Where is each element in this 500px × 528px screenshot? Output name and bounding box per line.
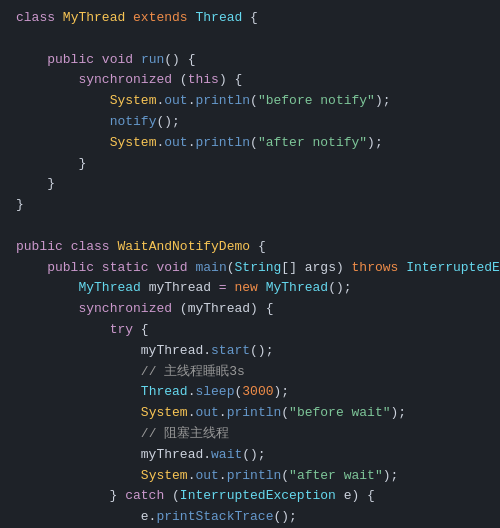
code-line-9: } [0, 174, 500, 195]
code-line-16: try { [0, 320, 500, 341]
code-line-8: } [0, 154, 500, 175]
code-line-18: // 主线程睡眠3s [0, 362, 500, 383]
code-line-4: synchronized (this) { [0, 70, 500, 91]
code-line-11 [0, 216, 500, 237]
code-line-1: class MyThread extends Thread { [0, 8, 500, 29]
code-line-2 [0, 29, 500, 50]
code-line-24: } catch (InterruptedException e) { [0, 486, 500, 507]
code-line-22: myThread.wait(); [0, 445, 500, 466]
code-line-12: public class WaitAndNotifyDemo { [0, 237, 500, 258]
code-line-20: System.out.println("before wait"); [0, 403, 500, 424]
code-editor: class MyThread extends Thread { public v… [0, 0, 500, 528]
code-line-14: MyThread myThread = new MyThread(); [0, 278, 500, 299]
code-line-17: myThread.start(); [0, 341, 500, 362]
code-line-15: synchronized (myThread) { [0, 299, 500, 320]
code-line-19: Thread.sleep(3000); [0, 382, 500, 403]
code-line-21: // 阻塞主线程 [0, 424, 500, 445]
code-line-6: notify(); [0, 112, 500, 133]
code-line-25: e.printStackTrace(); [0, 507, 500, 528]
code-line-7: System.out.println("after notify"); [0, 133, 500, 154]
code-line-3: public void run() { [0, 50, 500, 71]
code-line-23: System.out.println("after wait"); [0, 466, 500, 487]
code-line-10: } [0, 195, 500, 216]
code-line-13: public static void main(String[] args) t… [0, 258, 500, 279]
code-line-5: System.out.println("before notify"); [0, 91, 500, 112]
